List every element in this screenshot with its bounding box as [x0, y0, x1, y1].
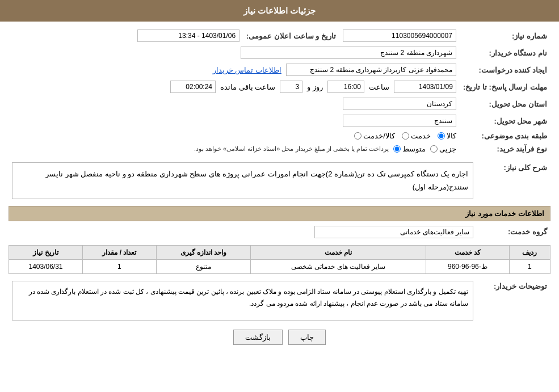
category-label: طبقه بندی موضوعی:	[460, 129, 550, 142]
services-table: ردیف کد خدمت نام خدمت واحد اندازه گیری ت…	[9, 245, 550, 274]
remaining-label: ساعت باقی مانده	[220, 83, 275, 91]
buttons-row: چاپ بازگشت	[9, 330, 550, 345]
print-button[interactable]: چاپ	[288, 330, 326, 345]
send-deadline-label: مهلت ارسال پاسخ: تا تاریخ:	[460, 78, 550, 95]
purchase-type-note: پرداخت تمام یا بخشی از مبلغ خریدار محل «…	[194, 145, 389, 153]
col-service-name: نام خدمت	[251, 245, 426, 259]
cell-service-code: ط-96-96-960	[426, 259, 509, 273]
col-unit: واحد اندازه گیری	[156, 245, 250, 259]
page-header: جزئیات اطلاعات نیاز	[0, 0, 559, 22]
category-kala-khedmat-option[interactable]: کالا/خدمت	[354, 132, 395, 140]
creator-input[interactable]	[286, 64, 456, 76]
send-time-input[interactable]	[327, 81, 364, 93]
send-days-input[interactable]	[280, 81, 302, 93]
category-khedmat-label: خدمت	[411, 132, 431, 140]
purchase-type-label: نوع فرآیند خرید:	[460, 142, 550, 155]
cell-date: 1403/06/31	[9, 259, 83, 273]
remaining-time-input[interactable]	[170, 81, 216, 93]
send-days-label: روز و	[307, 83, 323, 91]
table-row: 1 ط-96-96-960 سایر فعالیت های خدماتی شخص…	[9, 259, 550, 273]
cell-row: 1	[509, 259, 550, 273]
category-kala-label: کالا	[447, 132, 456, 140]
contact-info-link[interactable]: اطلاعات تماس خریدار	[213, 66, 281, 74]
buyer-notes-label: توضیحات خریدار:	[477, 279, 550, 323]
announce-date-label: تاریخ و ساعت اعلان عمومی:	[243, 27, 339, 44]
province-label: استان محل تحویل:	[460, 95, 550, 112]
col-quantity: تعداد / مقدار	[82, 245, 156, 259]
service-group-input[interactable]	[314, 226, 473, 238]
description-value: اجاره یک دستگاه کمپرسی تک ده تن(شماره 2)…	[12, 162, 473, 199]
cell-quantity: 1	[82, 259, 156, 273]
description-label: شرح کلی نیاز:	[477, 160, 550, 201]
announce-date-input[interactable]	[137, 29, 239, 42]
buyer-name-input[interactable]	[241, 47, 456, 59]
need-number-input[interactable]	[343, 29, 456, 42]
buyer-notes-value: تهیه تکمیل و بارگذاری استعلام پیوستی در …	[12, 281, 473, 321]
category-kala-option[interactable]: کالا	[438, 132, 456, 140]
back-button[interactable]: بازگشت	[233, 330, 283, 345]
col-row: ردیف	[509, 245, 550, 259]
page-title: جزئیات اطلاعات نیاز	[243, 6, 316, 15]
col-service-code: کد خدمت	[426, 245, 509, 259]
send-date-input[interactable]	[394, 81, 456, 93]
province-input[interactable]	[343, 98, 456, 110]
send-time-label: ساعت	[369, 83, 389, 91]
col-date: تاریخ نیاز	[9, 245, 83, 259]
buyer-name-label: نام دستگاه خریدار:	[460, 44, 550, 61]
purchase-type-motavasset[interactable]: متوسط	[393, 145, 426, 153]
cell-unit: متنوع	[156, 259, 250, 273]
motavasset-label: متوسط	[402, 145, 426, 153]
purchase-type-jozi[interactable]: جزیی	[430, 145, 456, 153]
service-group-label: گروه خدمت:	[477, 224, 550, 241]
category-khedmat-option[interactable]: خدمت	[402, 132, 431, 140]
cell-service-name: سایر فعالیت های خدماتی شخصی	[251, 259, 426, 273]
city-input[interactable]	[343, 115, 456, 127]
city-label: شهر محل تحویل:	[460, 112, 550, 129]
creator-label: ایجاد کننده درخواست:	[460, 61, 550, 78]
services-section-header: اطلاعات خدمات مورد نیاز	[9, 206, 550, 221]
need-number-label: شماره نیاز:	[460, 27, 550, 44]
category-kala-khedmat-label: کالا/خدمت	[363, 132, 395, 140]
jozi-label: جزیی	[439, 145, 456, 153]
